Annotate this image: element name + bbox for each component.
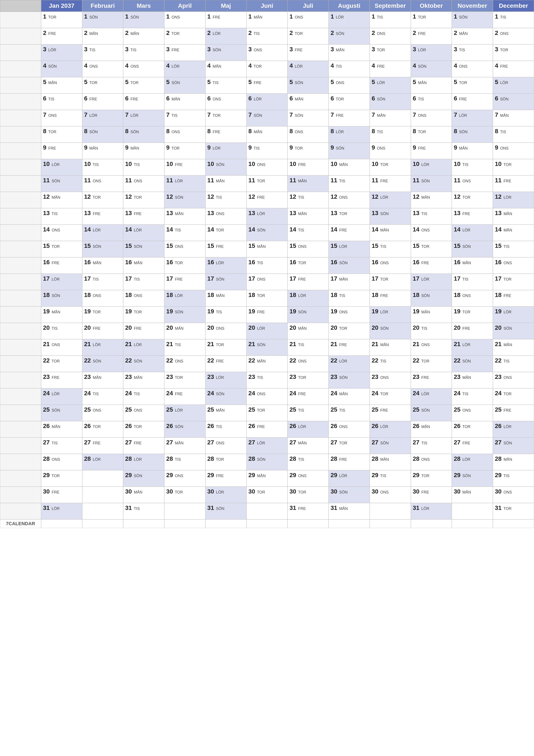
day-cell-jan-20: 20 TIS xyxy=(41,323,82,339)
day-number: 1 xyxy=(207,13,211,20)
day-number: 25 xyxy=(372,406,378,413)
day-name: SÖN xyxy=(376,97,385,101)
week-num-15 xyxy=(0,241,41,257)
day-cell-jan-5: 5 MÅN xyxy=(41,77,82,94)
day-cell-mar-27: 27 FRE xyxy=(123,438,164,454)
day-cell-okt-3: 3 LÖR xyxy=(411,44,452,61)
day-cell-okt-25: 25 SÖN xyxy=(411,405,452,421)
week-num-18 xyxy=(0,290,41,307)
day-cell-feb-26: 26 TOR xyxy=(82,421,123,438)
day-name: MÅN xyxy=(129,146,139,150)
day-number: 16 xyxy=(248,259,255,265)
day-cell-jul-29: 29 ONS xyxy=(288,470,329,487)
day-name: SÖN xyxy=(338,490,347,494)
day-cell-jan-6: 6 TIS xyxy=(41,94,82,110)
day-name: SÖN xyxy=(458,130,468,134)
day-number: 2 xyxy=(372,30,375,36)
day-cell-dec-11: 11 FRE xyxy=(493,176,534,192)
day-number: 15 xyxy=(495,242,501,249)
day-number: 15 xyxy=(166,242,173,249)
day-name: MÅN xyxy=(47,81,57,85)
calendar: Jan 2037 Februari Mars April Maj Juni Ju… xyxy=(0,0,534,756)
day-name: ONS xyxy=(338,310,347,314)
day-cell-maj-12: 12 TIS xyxy=(205,192,246,208)
day-cell-mar-12: 12 TOR xyxy=(123,192,164,208)
day-number: 29 xyxy=(495,472,501,478)
week-num-16 xyxy=(0,257,41,274)
day-name: FRE xyxy=(92,212,101,216)
day-number: 21 xyxy=(125,341,132,347)
day-cell-jul-9: 9 TOR xyxy=(288,143,329,159)
day-cell-sep-13: 13 SÖN xyxy=(370,208,411,225)
day-cell-sep-22: 22 TIS xyxy=(370,356,411,372)
day-name: LÖR xyxy=(174,179,183,183)
day-number: 23 xyxy=(166,373,173,380)
day-number: 22 xyxy=(84,357,91,364)
day-number: 11 xyxy=(495,177,501,184)
day-name: TOR xyxy=(88,81,97,85)
day-number: 5 xyxy=(166,79,170,85)
day-name: TOR xyxy=(417,15,426,19)
day-number: 11 xyxy=(454,177,460,184)
day-cell-maj-23: 23 LÖR xyxy=(205,372,246,388)
day-cell-dec-18: 18 FRE xyxy=(493,290,534,307)
day-number: 20 xyxy=(166,324,173,331)
day-number: 19 xyxy=(166,308,173,315)
day-name: SÖN xyxy=(461,474,471,478)
day-name: FRE xyxy=(335,113,343,118)
day-cell-okt-11: 11 SÖN xyxy=(411,176,452,192)
day-name: ONS xyxy=(420,343,430,347)
day-number: 3 xyxy=(331,46,334,53)
day-cell-jan-7: 7 ONS xyxy=(41,110,82,126)
day-name: MÅN xyxy=(461,490,471,494)
day-number: 11 xyxy=(43,177,50,184)
day-name: FRE xyxy=(379,293,388,298)
day-name: FRE xyxy=(170,48,179,52)
day-number: 16 xyxy=(84,259,91,265)
day-name: TOR xyxy=(170,32,180,36)
day-number: 6 xyxy=(331,95,334,102)
day-name: SÖN xyxy=(174,195,183,200)
day-cell-maj-18: 18 MÅN xyxy=(205,290,246,307)
day-cell-maj-17: 17 SÖN xyxy=(205,274,246,290)
day-name: TOR xyxy=(47,15,56,19)
day-number: 6 xyxy=(495,95,498,102)
day-name: FRE xyxy=(379,179,388,183)
day-number: 21 xyxy=(207,341,214,347)
day-number: 23 xyxy=(331,373,337,380)
day-number: 29 xyxy=(207,472,214,478)
day-cell-mar-13: 13 FRE xyxy=(123,208,164,225)
day-name: FRE xyxy=(499,64,508,68)
day-name: TOR xyxy=(420,244,429,249)
week-num-27 xyxy=(0,438,41,454)
day-cell-feb-24: 24 TIS xyxy=(82,388,123,405)
day-cell-mar-16: 16 MÅN xyxy=(123,257,164,274)
day-name: MÅN xyxy=(338,392,348,396)
day-cell-feb-12: 12 TOR xyxy=(82,192,123,208)
day-number: 3 xyxy=(372,46,375,53)
day-name: LÖR xyxy=(502,424,511,429)
day-name: TIS xyxy=(215,424,222,429)
day-number: 11 xyxy=(207,177,214,184)
day-cell-maj-15: 15 FRE xyxy=(205,241,246,257)
day-cell-okt-23: 23 FRE xyxy=(411,372,452,388)
day-number: 12 xyxy=(84,193,91,200)
day-name: MÅN xyxy=(297,179,307,183)
day-name: ONS xyxy=(502,375,512,380)
day-cell-nov-7: 7 LÖR xyxy=(452,110,493,126)
day-cell-aug-22: 22 LÖR xyxy=(329,356,370,372)
day-number: 6 xyxy=(207,95,211,102)
day-number: 27 xyxy=(125,439,132,446)
day-cell-okt-13: 13 TIS xyxy=(411,208,452,225)
day-number: 28 xyxy=(125,455,132,462)
day-number: 2 xyxy=(125,30,129,36)
day-number: 4 xyxy=(290,62,293,69)
day-cell-maj-11: 11 MÅN xyxy=(205,176,246,192)
day-name: TIS xyxy=(253,32,260,36)
day-number: 8 xyxy=(84,128,88,134)
day-name: TOR xyxy=(212,113,220,118)
day-cell-jun-12: 12 FRE xyxy=(246,192,288,208)
day-cell-apr-7: 7 TIS xyxy=(164,110,205,126)
day-name: SÖN xyxy=(294,81,303,85)
day-name: FRE xyxy=(129,97,138,101)
